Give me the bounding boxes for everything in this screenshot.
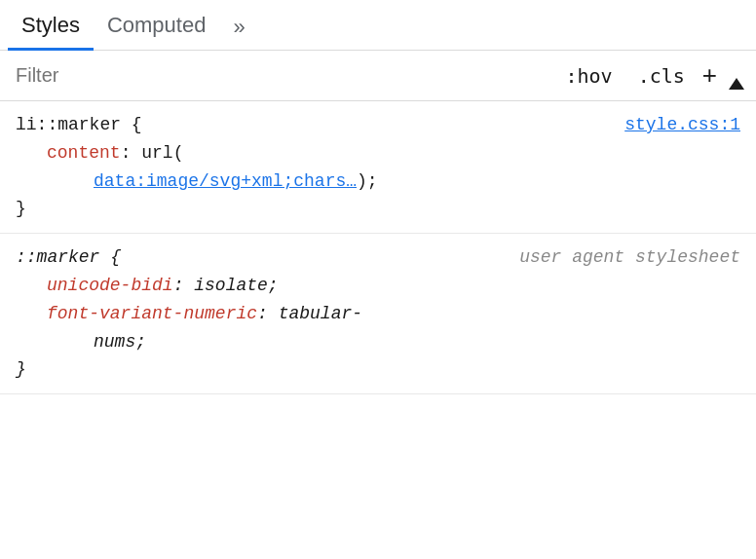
hov-button[interactable]: :hov	[557, 60, 620, 92]
tab-computed[interactable]: Computed	[94, 3, 220, 51]
prop-name-content: content	[47, 143, 121, 163]
filter-bar: :hov .cls +	[0, 51, 756, 101]
rule-block-li-marker: li::marker { style.css:1 content: url( d…	[0, 101, 756, 234]
ua-property-line-unicode-bidi: unicode-bidi: isolate;	[16, 272, 740, 300]
filter-input[interactable]	[12, 56, 557, 94]
tab-styles[interactable]: Styles	[8, 3, 94, 51]
ua-prop-name-font-variant: font-variant-numeric	[47, 304, 257, 323]
selector-marker: ::marker {	[16, 243, 121, 272]
rule-header-1: li::marker { style.css:1	[16, 111, 740, 139]
css-content: li::marker { style.css:1 content: url( d…	[0, 101, 756, 559]
source-link-1[interactable]: style.css:1	[624, 111, 740, 139]
prop-link-svg-data[interactable]: data:image/svg+xml;chars…	[94, 171, 357, 191]
triangle-indicator	[729, 78, 744, 90]
ua-rule-header: ::marker { user agent stylesheet	[16, 243, 740, 272]
tab-more[interactable]: »	[219, 5, 258, 50]
add-rule-button[interactable]: +	[702, 60, 717, 91]
filter-buttons: :hov .cls +	[557, 60, 744, 92]
ua-property-line-font-variant: font-variant-numeric: tabular-	[16, 300, 740, 328]
ua-label: user agent stylesheet	[519, 243, 740, 272]
ua-prop-name-unicode-bidi: unicode-bidi	[47, 276, 173, 295]
selector-li-marker: li::marker {	[16, 111, 142, 139]
ua-property-value-nums: nums;	[16, 328, 740, 356]
property-line-content: content: url(	[16, 139, 740, 168]
property-value-link-line: data:image/svg+xml;chars…);	[16, 168, 740, 196]
tab-bar: Styles Computed »	[0, 0, 756, 51]
cls-button[interactable]: .cls	[630, 60, 693, 92]
closing-brace-2: }	[16, 355, 740, 384]
rule-block-marker-ua: ::marker { user agent stylesheet unicode…	[0, 234, 756, 394]
devtools-panel: Styles Computed » :hov .cls + li::marker…	[0, 0, 756, 559]
closing-brace-1: }	[16, 195, 740, 223]
